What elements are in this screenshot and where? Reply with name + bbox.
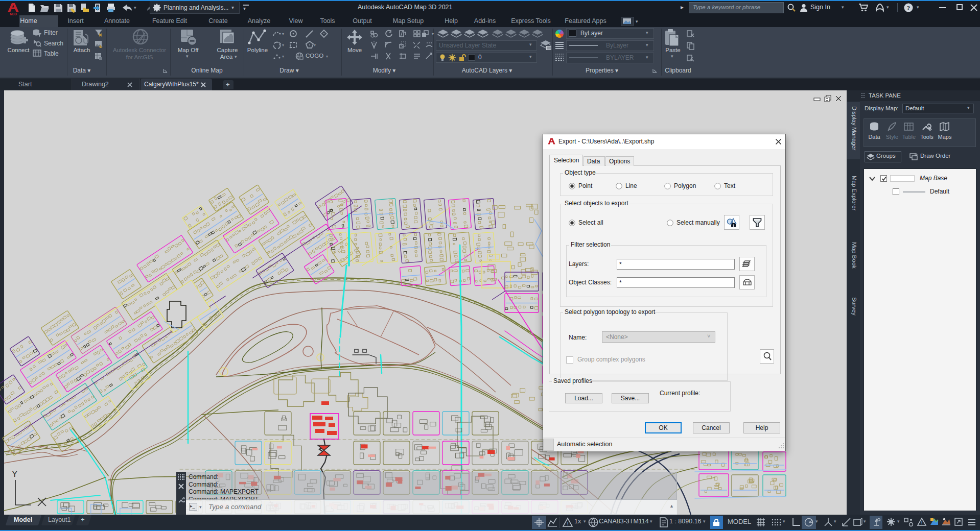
svg-text:!: !	[921, 520, 923, 525]
svg-text:!: !	[567, 521, 569, 526]
svg-text:Y: Y	[12, 469, 17, 479]
